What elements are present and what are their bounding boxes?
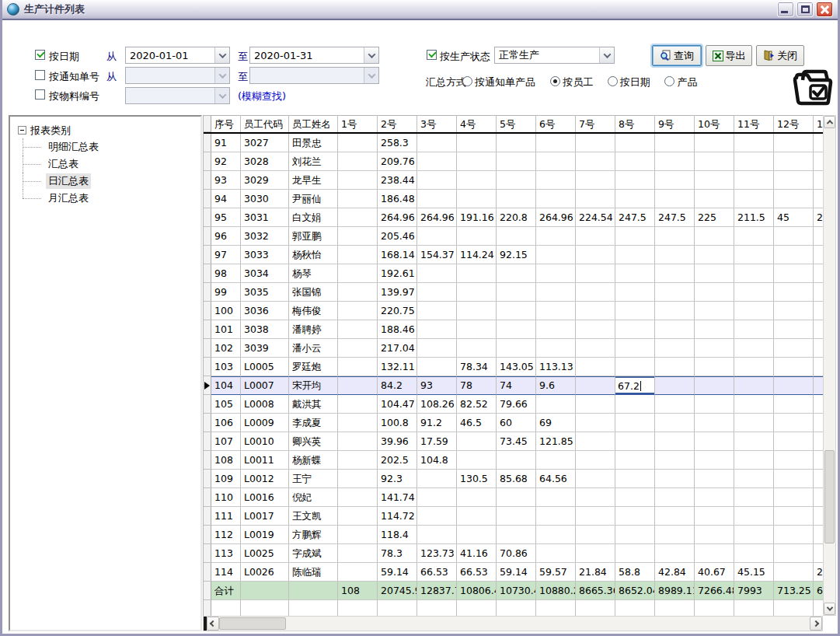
- grid-cell[interactable]: [774, 507, 814, 526]
- grid-cell[interactable]: [417, 171, 457, 190]
- grid-cell[interactable]: L0025: [241, 544, 289, 563]
- grid-cell[interactable]: 114.24: [457, 246, 497, 264]
- grid-cell[interactable]: 224.54: [576, 208, 615, 227]
- grid-cell[interactable]: [774, 152, 814, 171]
- grid-cell[interactable]: 陈临瑞: [289, 563, 338, 582]
- grid-cell[interactable]: [497, 171, 536, 190]
- grid-cell[interactable]: [615, 152, 655, 171]
- grid-cell[interactable]: [497, 283, 536, 302]
- grid-cell[interactable]: [615, 358, 655, 376]
- grid-cell[interactable]: 100: [211, 302, 241, 320]
- grid-cell[interactable]: [655, 171, 695, 190]
- grid-cell[interactable]: [695, 134, 734, 152]
- grid-cell[interactable]: [734, 395, 774, 414]
- grid-cell[interactable]: 8652.04: [615, 582, 655, 600]
- grid-cell[interactable]: [536, 544, 576, 563]
- grid-cell[interactable]: [695, 376, 734, 395]
- grid-cell[interactable]: 205.46: [378, 227, 417, 246]
- column-header-员工姓名[interactable]: 员工姓名: [289, 116, 338, 132]
- grid-cell[interactable]: 10880.24: [536, 582, 576, 600]
- summary-radio-4[interactable]: [664, 76, 674, 86]
- grid-cell[interactable]: [289, 600, 338, 616]
- grid-cell[interactable]: [695, 339, 734, 358]
- grid-cell[interactable]: [576, 395, 615, 414]
- grid-cell[interactable]: 113: [211, 544, 241, 563]
- grid-cell[interactable]: [338, 526, 378, 544]
- grid-cell[interactable]: 46.5: [457, 414, 497, 432]
- grid-cell[interactable]: [497, 600, 536, 616]
- grid-cell[interactable]: 潘聘婷: [289, 320, 338, 339]
- grid-cell[interactable]: [774, 283, 814, 302]
- grid-cell[interactable]: 104: [211, 376, 241, 395]
- grid-cell[interactable]: [734, 470, 774, 488]
- grid-cell[interactable]: 卿兴英: [289, 432, 338, 451]
- grid-cell[interactable]: 59.14: [497, 563, 536, 582]
- grid-cell[interactable]: [695, 451, 734, 470]
- grid-cell[interactable]: [497, 152, 536, 171]
- grid-cell[interactable]: [695, 171, 734, 190]
- grid-cell[interactable]: 108: [338, 582, 378, 600]
- tree-item-月汇总表[interactable]: 月汇总表: [10, 190, 200, 207]
- column-header-序号[interactable]: 序号: [211, 116, 241, 132]
- grid-cell[interactable]: 宋开均: [289, 376, 338, 395]
- grid-cell[interactable]: [655, 544, 695, 563]
- chevron-down-icon[interactable]: [599, 47, 614, 63]
- grid-cell[interactable]: L0017: [241, 507, 289, 526]
- grid-cell[interactable]: L0005: [241, 358, 289, 376]
- grid-cell[interactable]: 713.25: [774, 582, 814, 600]
- grid-cell[interactable]: [655, 488, 695, 507]
- grid-cell[interactable]: [615, 302, 655, 320]
- grid-cell[interactable]: [576, 190, 615, 208]
- column-header-1号[interactable]: 1号: [338, 116, 378, 132]
- grid-cell[interactable]: [814, 227, 823, 246]
- grid-cell[interactable]: 130.5: [457, 470, 497, 488]
- minimize-button[interactable]: [777, 2, 794, 17]
- grid-cell[interactable]: [734, 264, 774, 283]
- grid-cell[interactable]: [615, 432, 655, 451]
- grid-cell[interactable]: [774, 320, 814, 339]
- grid-cell[interactable]: 王宁: [289, 470, 338, 488]
- grid-cell[interactable]: [814, 283, 823, 302]
- grid-cell[interactable]: [774, 376, 814, 395]
- grid-cell[interactable]: [497, 526, 536, 544]
- grid-cell[interactable]: [417, 283, 457, 302]
- grid-cell[interactable]: [615, 283, 655, 302]
- grid-cell[interactable]: [814, 246, 823, 264]
- grid-cell[interactable]: [536, 134, 576, 152]
- by-date-checkbox[interactable]: [35, 50, 45, 60]
- grid-cell[interactable]: [695, 264, 734, 283]
- grid-cell[interactable]: [695, 283, 734, 302]
- grid-cell[interactable]: 8665.36: [576, 582, 615, 600]
- grid-cell[interactable]: 潘小云: [289, 339, 338, 358]
- grid-cell[interactable]: [774, 544, 814, 563]
- grid-cell[interactable]: 220.8: [497, 208, 536, 227]
- grid-cell[interactable]: L0019: [241, 526, 289, 544]
- grid-cell[interactable]: [417, 227, 457, 246]
- grid-cell[interactable]: 戴洪其: [289, 395, 338, 414]
- grid-cell[interactable]: [655, 358, 695, 376]
- grid-cell[interactable]: [457, 283, 497, 302]
- grid-cell[interactable]: [497, 190, 536, 208]
- grid-cell[interactable]: [615, 264, 655, 283]
- grid-cell[interactable]: 106: [211, 414, 241, 432]
- grid-cell[interactable]: 白文娟: [289, 208, 338, 227]
- grid-cell[interactable]: [734, 134, 774, 152]
- grid-cell[interactable]: 100.8: [378, 414, 417, 432]
- grid-cell[interactable]: [814, 190, 823, 208]
- grid-cell[interactable]: [774, 414, 814, 432]
- grid-cell[interactable]: [338, 395, 378, 414]
- grid-cell[interactable]: [576, 246, 615, 264]
- grid-cell[interactable]: [615, 246, 655, 264]
- grid-cell[interactable]: 田景忠: [289, 134, 338, 152]
- grid-cell[interactable]: [814, 432, 823, 451]
- vertical-scrollbar[interactable]: [823, 115, 836, 616]
- grid-cell[interactable]: [289, 582, 338, 600]
- grid-cell[interactable]: [774, 134, 814, 152]
- maximize-button[interactable]: [796, 2, 814, 17]
- grid-cell[interactable]: 109: [211, 470, 241, 488]
- grid-cell[interactable]: 3036: [241, 302, 289, 320]
- grid-cell[interactable]: 92.3: [378, 470, 417, 488]
- grid-cell[interactable]: [536, 246, 576, 264]
- grid-cell[interactable]: 杨琴: [289, 264, 338, 283]
- grid-cell[interactable]: [338, 283, 378, 302]
